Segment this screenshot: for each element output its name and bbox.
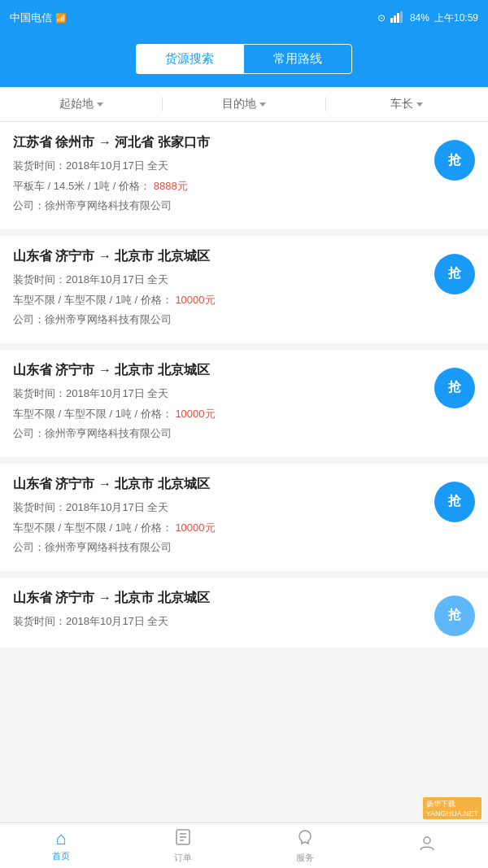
- filter-row: 起始地 目的地 车长: [0, 87, 488, 122]
- nav-orders[interactable]: 订单: [122, 823, 244, 868]
- card-4-title: 山东省 济宁市 → 北京市 北京城区: [13, 589, 425, 607]
- svg-rect-0: [390, 18, 393, 23]
- svg-rect-1: [394, 15, 396, 23]
- card-0-title: 江苏省 徐州市 → 河北省 张家口市: [13, 133, 425, 151]
- card-3-loading-time: 装货时间：2018年10月17日 全天: [13, 499, 425, 516]
- card-2-price: 10000元: [175, 408, 215, 420]
- card-0: 江苏省 徐州市 → 河北省 张家口市 装货时间：2018年10月17日 全天 平…: [0, 122, 488, 229]
- results-list: 江苏省 徐州市 → 河北省 张家口市 装货时间：2018年10月17日 全天 平…: [0, 122, 488, 648]
- status-right: ⊙ 84% 上午10:59: [377, 11, 478, 25]
- card-2-loading-time: 装货时间：2018年10月17日 全天: [13, 386, 425, 402]
- watermark: 扬华下载YANGHUA.NET: [423, 797, 481, 819]
- card-0-company: 公司：徐州帝亨网络科技有限公司: [13, 198, 425, 214]
- nav-orders-label: 订单: [174, 852, 192, 864]
- card-4-loading-time: 装货时间：2018年10月17日 全天: [13, 613, 425, 630]
- tab-common-routes[interactable]: 常用路线: [243, 44, 352, 74]
- card-1-content: 山东省 济宁市 → 北京市 北京城区 装货时间：2018年10月17日 全天 车…: [13, 247, 434, 332]
- service-icon: [296, 828, 314, 849]
- card-3-company: 公司：徐州帝亨网络科技有限公司: [13, 539, 425, 556]
- filter-car-length[interactable]: 车长: [326, 97, 488, 111]
- bottom-nav: ⌂ 首页 订单 服务: [0, 822, 488, 868]
- profile-icon: [418, 834, 436, 855]
- card-0-price: 8888元: [154, 180, 188, 192]
- car-length-label: 车长: [390, 97, 413, 111]
- card-3-car-info: 车型不限 / 车型不限 / 1吨 / 价格： 10000元: [13, 520, 425, 536]
- card-2-company: 公司：徐州帝亨网络科技有限公司: [13, 425, 425, 442]
- card-2-grab-button[interactable]: 抢: [434, 368, 475, 408]
- card-0-grab-button[interactable]: 抢: [434, 140, 475, 181]
- card-1: 山东省 济宁市 → 北京市 北京城区 装货时间：2018年10月17日 全天 车…: [0, 236, 488, 343]
- header-tabs: 货源搜索 常用路线: [0, 36, 488, 87]
- orders-icon: [174, 828, 192, 849]
- card-0-car-info: 平板车 / 14.5米 / 1吨 / 价格： 8888元: [13, 178, 425, 194]
- destination-label: 目的地: [222, 97, 256, 111]
- card-4-partial: 山东省 济宁市 → 北京市 北京城区 装货时间：2018年10月17日 全天 抢: [0, 578, 488, 648]
- car-length-chevron-icon: [416, 103, 423, 107]
- card-1-car-info: 车型不限 / 车型不限 / 1吨 / 价格： 10000元: [13, 292, 425, 308]
- card-1-price: 10000元: [175, 294, 215, 306]
- svg-rect-2: [397, 13, 399, 23]
- card-2-title: 山东省 济宁市 → 北京市 北京城区: [13, 361, 425, 379]
- status-left: 中国电信 📶: [10, 11, 67, 25]
- filter-destination[interactable]: 目的地: [163, 97, 325, 111]
- battery-label: 84%: [410, 12, 429, 24]
- card-1-company: 公司：徐州帝亨网络科技有限公司: [13, 312, 425, 328]
- card-4-grab-button[interactable]: 抢: [434, 595, 475, 636]
- carrier-label: 中国电信: [10, 11, 52, 25]
- nav-profile[interactable]: [366, 823, 488, 868]
- card-3-title: 山东省 济宁市 → 北京市 北京城区: [13, 475, 425, 493]
- signal-bars: [390, 11, 405, 25]
- nav-service[interactable]: 服务: [244, 823, 366, 868]
- card-1-grab-button[interactable]: 抢: [434, 254, 475, 294]
- card-2: 山东省 济宁市 → 北京市 北京城区 装货时间：2018年10月17日 全天 车…: [0, 350, 488, 457]
- card-1-title: 山东省 济宁市 → 北京市 北京城区: [13, 247, 425, 265]
- card-1-loading-time: 装货时间：2018年10月17日 全天: [13, 272, 425, 288]
- card-0-loading-time: 装货时间：2018年10月17日 全天: [13, 158, 425, 174]
- card-0-content: 江苏省 徐州市 → 河北省 张家口市 装货时间：2018年10月17日 全天 平…: [13, 133, 434, 218]
- card-2-content: 山东省 济宁市 → 北京市 北京城区 装货时间：2018年10月17日 全天 车…: [13, 361, 434, 446]
- nav-home[interactable]: ⌂ 首页: [0, 823, 122, 868]
- nav-service-label: 服务: [296, 852, 314, 864]
- wifi-icon: ⊙: [377, 12, 386, 24]
- nav-home-label: 首页: [52, 850, 70, 862]
- signal-icon: 📶: [55, 13, 67, 24]
- destination-chevron-icon: [259, 103, 266, 107]
- card-2-car-info: 车型不限 / 车型不限 / 1吨 / 价格： 10000元: [13, 406, 425, 422]
- origin-label: 起始地: [59, 97, 94, 111]
- origin-chevron-icon: [97, 103, 103, 107]
- time-label: 上午10:59: [434, 11, 478, 25]
- svg-rect-3: [400, 11, 403, 23]
- filter-origin[interactable]: 起始地: [0, 97, 163, 111]
- tab-freight-search[interactable]: 货源搜索: [136, 44, 243, 74]
- card-3-content: 山东省 济宁市 → 北京市 北京城区 装货时间：2018年10月17日 全天 车…: [13, 475, 434, 560]
- home-icon: ⌂: [55, 830, 66, 848]
- card-3-price: 10000元: [175, 521, 215, 534]
- status-bar: 中国电信 📶 ⊙ 84% 上午10:59: [0, 0, 488, 36]
- card-4-content: 山东省 济宁市 → 北京市 北京城区 装货时间：2018年10月17日 全天: [13, 589, 434, 634]
- card-3: 山东省 济宁市 → 北京市 北京城区 装货时间：2018年10月17日 全天 车…: [0, 464, 488, 571]
- svg-point-8: [424, 837, 430, 844]
- card-3-grab-button[interactable]: 抢: [434, 482, 475, 522]
